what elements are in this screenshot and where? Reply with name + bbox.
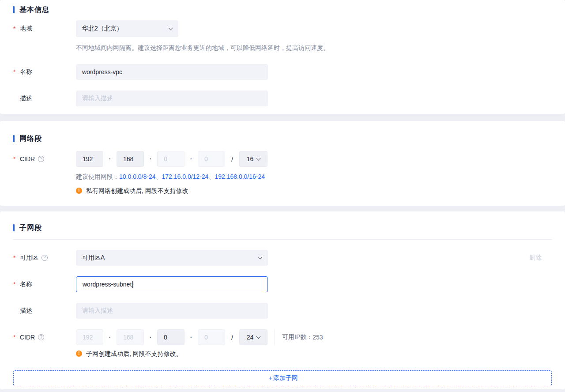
cidr-dot-separator: · <box>185 334 198 341</box>
vpc-cidr-octet-1-input[interactable]: 192 <box>76 151 103 167</box>
vpc-cidr-label: CIDR <box>20 155 35 162</box>
subnet-cidr-row: * CIDR ? 192 · 168 · 0 · 0 / 24 可用IP数： 2… <box>13 329 552 345</box>
subnet-description-placeholder: 请输入描述 <box>82 307 113 315</box>
subnet-cidr-mask-select[interactable]: 24 <box>239 329 267 345</box>
title-accent-bar <box>13 224 15 231</box>
subnet-description-row: * 描述 请输入描述 <box>13 303 552 319</box>
region-select-value: 华北2（北京） <box>82 25 123 33</box>
vpc-cidr-warning: ! 私有网络创建成功后, 网段不支持修改 <box>76 186 552 195</box>
mask-value: 16 <box>247 155 254 162</box>
vpc-description-label: 描述 <box>20 94 32 102</box>
vpc-cidr-octet-4-input[interactable]: 0 <box>198 151 225 167</box>
subnet-name-value: wordpress-subnet <box>83 281 132 288</box>
required-mark: * <box>13 281 17 288</box>
subnet-cidr-octet-3-input[interactable]: 0 <box>157 329 185 345</box>
section-title-text: 基本信息 <box>19 5 49 15</box>
subnet-cidr-group: 192 · 168 · 0 · 0 / 24 可用IP数： 253 <box>76 329 323 345</box>
suggestion-separator: 、 <box>208 173 215 180</box>
chevron-down-icon <box>256 156 261 160</box>
chevron-down-icon <box>169 26 173 30</box>
subnet-name-input[interactable]: wordpress-subnet <box>76 276 268 292</box>
section-title-text: 子网段 <box>19 223 42 233</box>
suggestion-link-2[interactable]: 172.16.0.0/12-24 <box>162 173 209 180</box>
suggestion-link-3[interactable]: 192.168.0.0/16-24 <box>215 173 265 180</box>
suggestion-prefix: 建议使用网段： <box>76 173 119 180</box>
vpc-name-label: 名称 <box>20 68 32 76</box>
title-accent-bar <box>13 135 15 142</box>
section-divider <box>13 239 552 240</box>
available-ip-info: 可用IP数： 253 <box>275 329 323 345</box>
vpc-description-input[interactable]: 请输入描述 <box>76 90 268 106</box>
network-segment-section: 网络段 * CIDR ? 192 · 168 · 0 · 0 / 16 建议使用… <box>0 121 565 206</box>
subnet-cidr-octet-4-input[interactable]: 0 <box>198 329 225 345</box>
add-subnet-label: ＋添加子网 <box>267 374 298 382</box>
chevron-down-icon <box>258 255 263 259</box>
subnet-cidr-warning: ! 子网创建成功后, 网段不支持修改。 <box>76 349 552 358</box>
section-title-text: 网络段 <box>19 134 42 143</box>
region-label: 地域 <box>20 25 32 33</box>
required-mark: * <box>13 254 17 261</box>
octet-value: 168 <box>123 334 133 341</box>
octet-value: 0 <box>204 155 208 162</box>
subnet-segment-section: 子网段 * 可用区 ? 可用区A 删除 * 名称 wordpress-subne… <box>0 211 565 389</box>
subnet-name-label: 名称 <box>20 280 32 288</box>
region-help-text: 不同地域间内网隔离。建议选择距离您业务更近的地域，可以降低网络延时，提高访问速度… <box>76 43 552 52</box>
mask-value: 24 <box>247 334 254 341</box>
warning-text: 私有网络创建成功后, 网段不支持修改 <box>86 186 188 195</box>
subnet-segment-title: 子网段 <box>13 223 552 232</box>
question-mark-icon[interactable]: ? <box>38 156 44 162</box>
cidr-suggestion-line: 建议使用网段：10.0.0.0/8-24、172.16.0.0/12-24、19… <box>76 172 552 181</box>
vpc-name-label-cell: * 名称 <box>13 68 76 76</box>
required-mark: * <box>13 334 17 341</box>
subnet-description-input[interactable]: 请输入描述 <box>76 303 268 319</box>
subnet-cidr-label: CIDR <box>20 334 35 341</box>
octet-value: 168 <box>123 155 133 162</box>
warning-icon: ! <box>76 351 82 357</box>
subnet-name-label-cell: * 名称 <box>13 280 76 288</box>
title-accent-bar <box>13 6 15 13</box>
chevron-down-icon <box>256 334 261 339</box>
octet-value: 192 <box>83 155 93 162</box>
available-ip-count: 253 <box>313 334 323 341</box>
vpc-cidr-group: 192 · 168 · 0 · 0 / 16 <box>76 151 267 167</box>
vpc-description-row: * 描述 请输入描述 <box>13 90 552 106</box>
octet-value: 192 <box>83 334 93 341</box>
delete-subnet-button[interactable]: 删除 <box>529 254 542 262</box>
cidr-dot-separator: · <box>144 334 157 341</box>
vpc-cidr-octet-2-input[interactable]: 168 <box>117 151 144 167</box>
region-row: * 地域 华北2（北京） <box>13 20 552 37</box>
subnet-cidr-octet-1-input[interactable]: 192 <box>76 329 103 345</box>
vpc-name-input[interactable]: wordpress-vpc <box>76 64 268 80</box>
region-select[interactable]: 华北2（北京） <box>76 20 178 37</box>
vpc-name-value: wordpress-vpc <box>82 68 122 75</box>
vpc-cidr-octet-3-input[interactable]: 0 <box>157 151 185 167</box>
region-label-cell: * 地域 <box>13 25 76 33</box>
cidr-dot-separator: · <box>103 155 117 162</box>
question-mark-icon[interactable]: ? <box>38 334 44 340</box>
suggestion-separator: 、 <box>156 173 162 180</box>
required-mark: * <box>13 155 17 162</box>
subnet-name-row: * 名称 wordpress-subnet <box>13 276 552 292</box>
subnet-description-label-cell: * 描述 <box>13 307 76 315</box>
vpc-cidr-mask-select[interactable]: 16 <box>239 151 267 167</box>
required-mark: * <box>13 25 17 32</box>
vpc-cidr-label-cell: * CIDR ? <box>13 155 76 162</box>
subnet-cidr-octet-2-input[interactable]: 168 <box>117 329 144 345</box>
vpc-name-row: * 名称 wordpress-vpc <box>13 64 552 80</box>
network-segment-title: 网络段 <box>13 134 552 143</box>
cidr-dot-separator: · <box>144 155 157 162</box>
vpc-description-label-cell: * 描述 <box>13 94 76 102</box>
question-mark-icon[interactable]: ? <box>41 255 48 261</box>
octet-value: 0 <box>164 334 167 341</box>
zone-select[interactable]: 可用区A <box>76 250 268 266</box>
add-subnet-button[interactable]: ＋添加子网 <box>13 370 552 386</box>
suggestion-link-1[interactable]: 10.0.0.0/8-24 <box>119 173 156 180</box>
text-cursor <box>132 281 133 288</box>
cidr-dot-separator: · <box>185 155 198 162</box>
zone-select-value: 可用区A <box>82 254 105 262</box>
octet-value: 0 <box>204 334 208 341</box>
warning-icon: ! <box>76 188 82 194</box>
basic-info-title: 基本信息 <box>13 5 552 14</box>
basic-info-section: 基本信息 * 地域 华北2（北京） 不同地域间内网隔离。建议选择距离您业务更近的… <box>0 0 565 114</box>
cidr-dot-separator: · <box>103 334 117 341</box>
